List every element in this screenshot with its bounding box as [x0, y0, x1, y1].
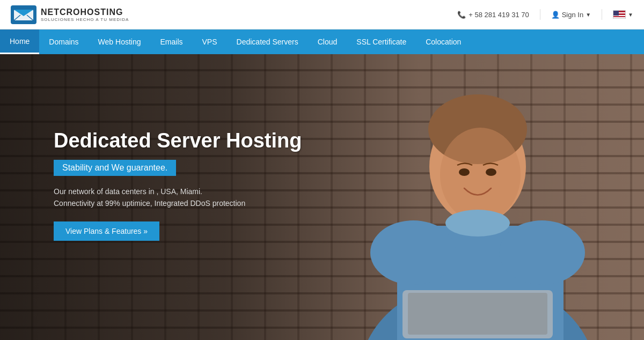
user-icon: 👤	[551, 11, 560, 19]
nav-item-domains[interactable]: Domains	[39, 29, 88, 54]
hero-section: Dedicated Server Hosting Stability and W…	[0, 54, 644, 340]
sign-in-button[interactable]: 👤 Sign In ▼	[551, 11, 591, 19]
nav-item-home[interactable]: Home	[0, 29, 39, 54]
sign-in-label[interactable]: Sign In	[562, 11, 583, 19]
hero-desc-line1: Our network of data centers in , USA, Mi…	[54, 187, 202, 196]
divider	[540, 9, 540, 20]
hero-content: Dedicated Server Hosting Stability and W…	[54, 129, 302, 241]
logo-title: NETCROHOSTING	[41, 8, 129, 17]
header-right: 📞 + 58 281 419 31 70 👤 Sign In ▼ ▼	[457, 9, 633, 20]
phone-area: 📞 + 58 281 419 31 70	[457, 11, 529, 19]
phone-number: + 58 281 419 31 70	[469, 11, 529, 19]
nav-item-web-hosting[interactable]: Web Hosting	[89, 29, 151, 54]
hero-person-photo	[268, 54, 644, 340]
language-selector[interactable]: ▼	[613, 10, 633, 19]
svg-point-15	[459, 168, 470, 176]
logo-icon	[11, 5, 36, 24]
phone-icon: 📞	[457, 11, 466, 19]
nav-item-emails[interactable]: Emails	[151, 29, 193, 54]
hero-title: Dedicated Server Hosting	[54, 129, 302, 152]
logo-text: NETCROHOSTING SOLUCIONES HECHO A TU MEDI…	[41, 8, 129, 22]
nav-item-cloud[interactable]: Cloud	[308, 29, 347, 54]
logo-subtitle: SOLUCIONES HECHO A TU MEDIDA	[41, 17, 129, 22]
hero-desc-line2: Connectivity at 99% uptimice, Integrated…	[54, 199, 245, 208]
nav-item-dedicated-servers[interactable]: Dedicated Servers	[227, 29, 308, 54]
hero-description: Our network of data centers in , USA, Mi…	[54, 186, 302, 210]
view-plans-button[interactable]: View Plans & Features »	[54, 221, 159, 241]
main-nav: Home Domains Web Hosting Emails VPS Dedi…	[0, 29, 644, 54]
divider2	[602, 9, 602, 20]
flag-icon	[613, 10, 626, 19]
svg-point-13	[370, 220, 456, 285]
sign-in-caret: ▼	[586, 12, 591, 18]
nav-item-ssl[interactable]: SSL Certificate	[347, 29, 416, 54]
flag-caret: ▼	[628, 12, 633, 18]
logo[interactable]: NETCROHOSTING SOLUCIONES HECHO A TU MEDI…	[11, 5, 129, 24]
svg-point-16	[486, 168, 496, 176]
nav-item-colocation[interactable]: Colocation	[416, 29, 471, 54]
svg-rect-12	[408, 293, 547, 335]
svg-point-10	[445, 210, 510, 236]
hero-badge: Stability and We guarantee.	[54, 160, 176, 176]
header: NETCROHOSTING SOLUCIONES HECHO A TU MEDI…	[0, 0, 644, 29]
nav-item-vps[interactable]: VPS	[193, 29, 227, 54]
svg-point-8	[440, 128, 521, 222]
svg-point-14	[499, 220, 585, 285]
